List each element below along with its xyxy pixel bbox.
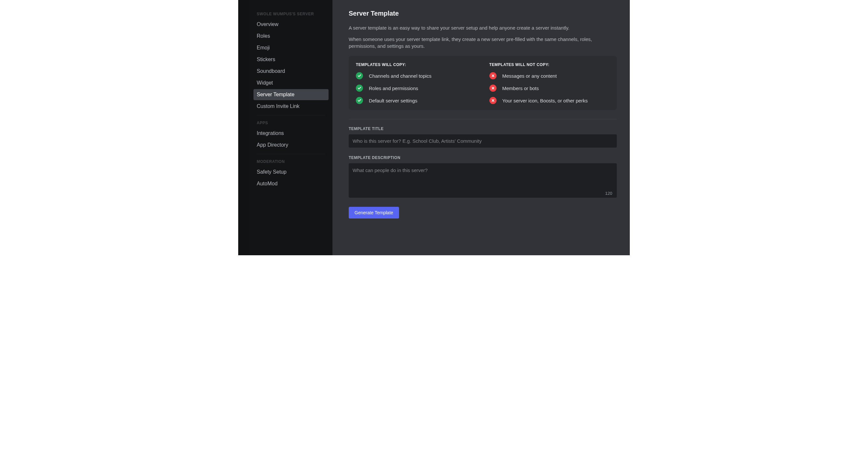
will-not-copy-header: Templates will not copy: [489,62,610,67]
sidebar-item-custom-invite-link[interactable]: Custom Invite Link [253,101,329,112]
check-icon [356,72,363,79]
sidebar-item-label: Roles [257,33,270,39]
sidebar-item-label: Integrations [257,130,284,136]
sidebar-item-soundboard[interactable]: Soundboard [253,66,329,77]
will-copy-column: Templates will copy: Channels and channe… [356,62,476,104]
sidebar-item-safety-setup[interactable]: Safety Setup [253,167,329,178]
sidebar-item-automod[interactable]: AutoMod [253,178,329,189]
sidebar-item-overview[interactable]: Overview [253,19,329,30]
section-divider [349,119,617,119]
sidebar-header-apps: APPS [253,119,329,128]
sidebar-item-emoji[interactable]: Emoji [253,42,329,53]
description-char-count: 120 [605,191,612,196]
sidebar-item-label: AutoMod [257,181,278,186]
sidebar-item-label: Soundboard [257,68,285,74]
intro-paragraph-2: When someone uses your server template l… [349,36,602,50]
generate-template-button[interactable]: Generate Template [349,207,399,218]
check-icon [356,97,363,104]
sidebar-item-roles[interactable]: Roles [253,31,329,41]
notcopy-item: Members or bots [489,85,610,92]
notcopy-item: Messages or any content [489,72,610,79]
template-title-input[interactable] [349,134,617,148]
cross-icon [489,85,497,92]
copy-item-label: Default server settings [369,98,417,103]
will-copy-header: Templates will copy: [356,62,476,67]
sidebar-item-label: Overview [257,22,279,27]
sidebar-divider [257,154,325,154]
copy-item-label: Roles and permissions [369,86,418,91]
intro-paragraph-1: A server template is an easy way to shar… [349,24,602,31]
sidebar-item-label: Server Template [257,92,294,97]
copy-item-label: Channels and channel topics [369,73,432,79]
sidebar-item-server-template[interactable]: Server Template [253,89,329,100]
sidebar-divider [257,115,325,115]
notcopy-item: Your server icon, Boosts, or other perks [489,97,610,104]
settings-window: SWOLE WUMPUS'S SERVER Overview Roles Emo… [238,0,630,255]
sidebar-item-label: Custom Invite Link [257,103,300,109]
copy-item: Channels and channel topics [356,72,476,79]
sidebar-item-label: App Directory [257,142,288,148]
template-title-field: Template Title [349,126,617,148]
copy-item: Default server settings [356,97,476,104]
sidebar-header-moderation: MODERATION [253,157,329,167]
left-black-strip [238,0,250,255]
template-title-label: Template Title [349,126,617,131]
copy-item: Roles and permissions [356,85,476,92]
check-icon [356,85,363,92]
sidebar-item-label: Stickers [257,57,275,62]
sidebar-item-label: Widget [257,80,273,86]
cross-icon [489,72,497,79]
template-description-field: Template Description 120 [349,155,617,199]
cross-icon [489,97,497,104]
notcopy-item-label: Members or bots [502,86,539,91]
sidebar-item-label: Safety Setup [257,169,287,175]
sidebar-header-server: SWOLE WUMPUS'S SERVER [253,10,329,19]
settings-content: Server Template A server template is an … [333,0,630,255]
settings-sidebar: SWOLE WUMPUS'S SERVER Overview Roles Emo… [250,0,333,255]
notcopy-item-label: Your server icon, Boosts, or other perks [502,98,588,103]
template-description-label: Template Description [349,155,617,160]
sidebar-item-app-directory[interactable]: App Directory [253,140,329,151]
sidebar-item-integrations[interactable]: Integrations [253,128,329,139]
page-title: Server Template [349,10,617,17]
sidebar-item-stickers[interactable]: Stickers [253,54,329,65]
will-not-copy-column: Templates will not copy: Messages or any… [489,62,610,104]
notcopy-item-label: Messages or any content [502,73,557,79]
template-description-input[interactable] [349,163,617,198]
sidebar-item-label: Emoji [257,45,270,51]
template-copy-card: Templates will copy: Channels and channe… [349,56,617,110]
sidebar-item-widget[interactable]: Widget [253,78,329,88]
